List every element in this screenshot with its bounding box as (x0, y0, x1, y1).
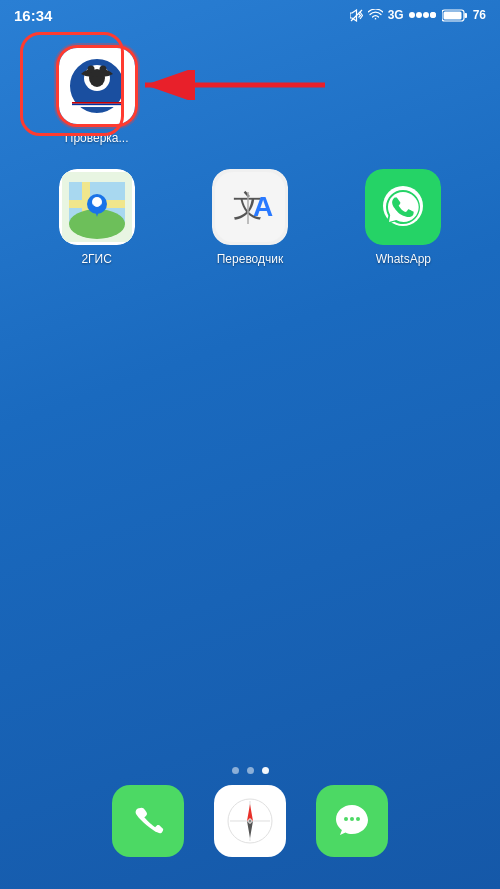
app-grid: Проверка... (0, 28, 500, 280)
app-translator-icon[interactable]: 文 A (212, 169, 288, 245)
dock-phone-icon[interactable] (112, 785, 184, 857)
red-arrow (130, 70, 330, 100)
battery-icon (442, 9, 468, 22)
svg-point-3 (409, 12, 415, 18)
svg-rect-18 (72, 102, 122, 104)
svg-point-43 (350, 817, 354, 821)
app-tax-icon[interactable] (59, 48, 135, 124)
status-time: 16:34 (14, 7, 52, 24)
dock-phone[interactable] (112, 785, 184, 857)
svg-point-5 (423, 12, 429, 18)
svg-point-15 (87, 66, 94, 73)
svg-point-4 (416, 12, 422, 18)
dock (0, 771, 500, 871)
status-bar: 16:34 3G 76 (0, 0, 500, 28)
app-2gis-icon[interactable] (59, 169, 135, 245)
dock-messages-icon[interactable] (316, 785, 388, 857)
app-translator-label: Переводчик (217, 252, 284, 266)
2gis-emblem (62, 172, 132, 242)
svg-point-42 (344, 817, 348, 821)
whatsapp-emblem (378, 182, 428, 232)
signal-icon (409, 9, 437, 21)
app-whatsapp-label: WhatsApp (376, 252, 431, 266)
svg-rect-19 (72, 104, 122, 106)
svg-rect-10 (443, 11, 461, 19)
svg-point-39 (249, 820, 252, 823)
mute-icon (350, 9, 363, 22)
phone-icon (129, 802, 167, 840)
wifi-icon (368, 9, 383, 21)
app-2gis[interactable]: 2ГИС (20, 159, 173, 280)
svg-rect-9 (464, 13, 467, 18)
safari-icon (225, 796, 275, 846)
app-whatsapp-icon[interactable] (365, 169, 441, 245)
svg-rect-20 (72, 105, 122, 107)
translator-emblem: 文 A (215, 172, 285, 242)
dock-messages[interactable] (316, 785, 388, 857)
app-2gis-label: 2ГИС (81, 252, 111, 266)
battery-level: 76 (473, 8, 486, 22)
app-empty-2 (327, 38, 480, 159)
app-translator[interactable]: 文 A Переводчик (173, 159, 326, 280)
svg-text:A: A (253, 191, 273, 222)
dock-safari[interactable] (214, 785, 286, 857)
app-whatsapp[interactable]: WhatsApp (327, 159, 480, 280)
messages-icon (332, 801, 372, 841)
app-tax-label: Проверка... (65, 131, 129, 145)
network-type: 3G (388, 8, 404, 22)
dock-safari-icon[interactable] (214, 785, 286, 857)
status-icons: 3G 76 (350, 8, 486, 22)
svg-point-44 (356, 817, 360, 821)
tax-emblem (67, 56, 127, 116)
svg-point-16 (99, 66, 106, 73)
svg-point-7 (430, 12, 436, 18)
